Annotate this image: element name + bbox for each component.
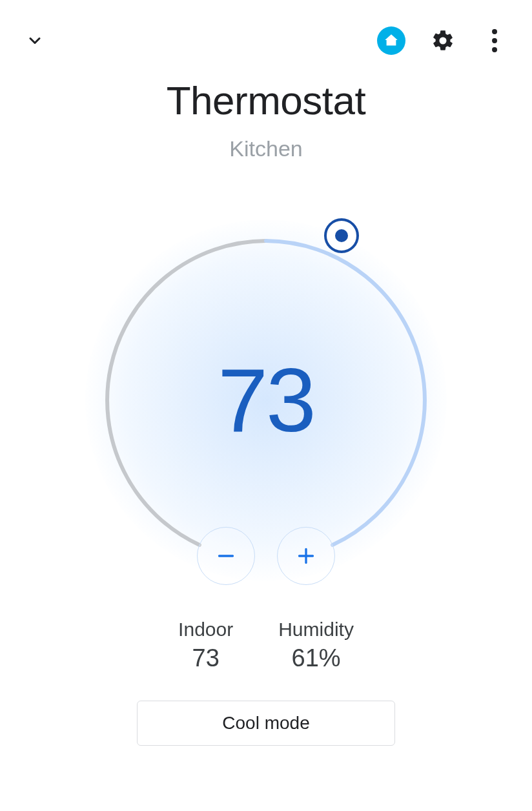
plus-icon (294, 544, 318, 568)
indoor-reading: Indoor 73 (178, 619, 233, 672)
humidity-reading: Humidity 61% (278, 619, 354, 672)
dial-handle[interactable] (324, 218, 359, 253)
room-name: Kitchen (0, 136, 532, 161)
indoor-value: 73 (178, 644, 233, 672)
temperature-dial[interactable]: 73 (85, 220, 447, 581)
page-title: Thermostat (0, 77, 532, 123)
settings-button[interactable] (429, 26, 457, 55)
back-button[interactable] (23, 29, 46, 52)
humidity-label: Humidity (278, 619, 354, 641)
mode-button[interactable]: Cool mode (137, 701, 395, 746)
temperature-increase-button[interactable] (277, 527, 335, 585)
home-icon (383, 32, 400, 49)
indoor-label: Indoor (178, 619, 233, 641)
chevron-down-icon (26, 32, 44, 50)
more-button[interactable] (480, 26, 509, 55)
humidity-value: 61% (278, 644, 354, 672)
home-button[interactable] (377, 26, 405, 55)
minus-icon (214, 544, 238, 568)
gear-icon (431, 28, 455, 53)
temperature-decrease-button[interactable] (197, 527, 255, 585)
more-icon (492, 29, 497, 34)
